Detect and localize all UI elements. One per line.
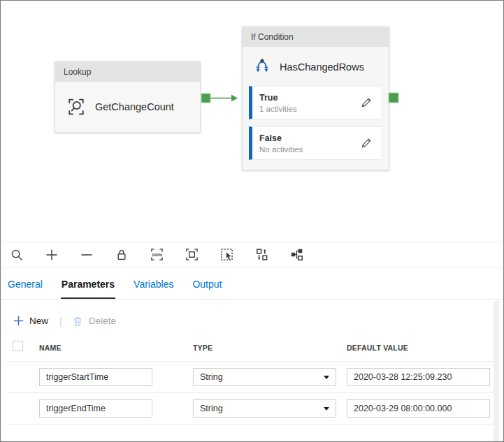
delete-button-label: Delete (89, 316, 116, 326)
zoom-100-button[interactable]: 100% (149, 247, 164, 263)
parameter-name-input[interactable] (39, 368, 152, 386)
properties-tab-bar: General Parameters Variables Output (1, 267, 503, 300)
svg-text:100%: 100% (152, 253, 163, 257)
zoom-to-fit-icon (185, 247, 199, 262)
if-output-port[interactable] (389, 93, 398, 103)
auto-align-button[interactable] (254, 247, 269, 263)
false-branch-activities: No activities (259, 145, 303, 154)
edit-pencil-icon[interactable] (359, 96, 373, 110)
zoom-100-icon: 100% (150, 247, 164, 262)
lock-icon (115, 248, 129, 262)
selected-type-label: String (200, 372, 223, 382)
true-branch-label: True (259, 93, 297, 103)
branch-card-true[interactable]: True 1 activities (249, 86, 382, 119)
delete-parameter-button[interactable]: Delete (72, 316, 116, 327)
pipeline-canvas[interactable]: Lookup GetChangeCount If Condition (1, 1, 503, 242)
search-icon (10, 248, 24, 262)
flowchart-button[interactable] (289, 247, 304, 263)
zoom-out-button[interactable] (79, 247, 94, 263)
lock-button[interactable] (114, 247, 129, 263)
activity-node-lookup[interactable]: Lookup GetChangeCount (55, 61, 201, 133)
branch-condition-icon (253, 58, 271, 76)
chevron-down-icon (324, 407, 329, 411)
column-header-name: NAME (39, 344, 193, 352)
tab-general[interactable]: General (7, 267, 43, 299)
parameter-name-input[interactable] (39, 399, 152, 418)
if-node-type-label: If Condition (243, 27, 389, 47)
flowchart-icon (289, 247, 304, 262)
parameter-type-select[interactable]: String (193, 399, 336, 418)
lookup-activity-name: GetChangeCount (95, 101, 174, 112)
lookup-output-port[interactable] (201, 94, 210, 103)
select-area-icon (219, 247, 234, 262)
new-parameter-button[interactable]: New (13, 316, 48, 326)
branch-card-false[interactable]: False No activities (249, 126, 382, 160)
trash-icon (72, 316, 83, 327)
zoom-out-icon (80, 248, 94, 262)
command-separator: | (59, 315, 62, 327)
parameters-panel: New | Delete NAME TYPE DEFAULT VALUE (1, 300, 503, 442)
zoom-to-fit-button[interactable] (184, 247, 199, 263)
auto-align-icon (254, 247, 269, 262)
row-divider (6, 424, 495, 425)
search-button[interactable] (9, 247, 24, 263)
select-area-button[interactable] (219, 247, 234, 263)
edit-pencil-icon[interactable] (359, 136, 373, 150)
activity-node-if-condition[interactable]: If Condition HasChangedRows True 1 activ… (242, 27, 389, 170)
true-branch-activities: 1 activities (259, 105, 297, 113)
false-branch-label: False (259, 133, 303, 143)
connector-arrowhead-icon (231, 95, 238, 102)
parameter-default-value-input[interactable] (347, 399, 490, 418)
column-header-default-value: DEFAULT VALUE (347, 344, 503, 352)
if-activity-name: HasChangedRows (280, 61, 364, 73)
parameter-type-select[interactable]: String (193, 368, 336, 386)
tab-parameters[interactable]: Parameters (61, 267, 115, 299)
panel-scrollbar[interactable] (494, 301, 499, 441)
table-row: String (1, 362, 503, 392)
new-button-label: New (29, 316, 48, 326)
tab-variables[interactable]: Variables (133, 267, 174, 299)
chevron-down-icon (324, 376, 329, 379)
tab-output[interactable]: Output (192, 267, 222, 299)
zoom-in-icon (45, 248, 59, 262)
zoom-in-button[interactable] (44, 247, 59, 263)
column-header-type: TYPE (193, 344, 347, 352)
table-header-row: NAME TYPE DEFAULT VALUE (1, 337, 503, 361)
lookup-magnifier-icon (66, 96, 87, 117)
plus-icon (13, 316, 24, 326)
lookup-node-type-label: Lookup (55, 62, 200, 82)
select-all-checkbox[interactable] (13, 341, 23, 351)
canvas-toolbar: 100% (1, 242, 503, 267)
selected-type-label: String (200, 404, 223, 413)
parameter-default-value-input[interactable] (347, 368, 490, 386)
table-row: String (1, 393, 503, 424)
